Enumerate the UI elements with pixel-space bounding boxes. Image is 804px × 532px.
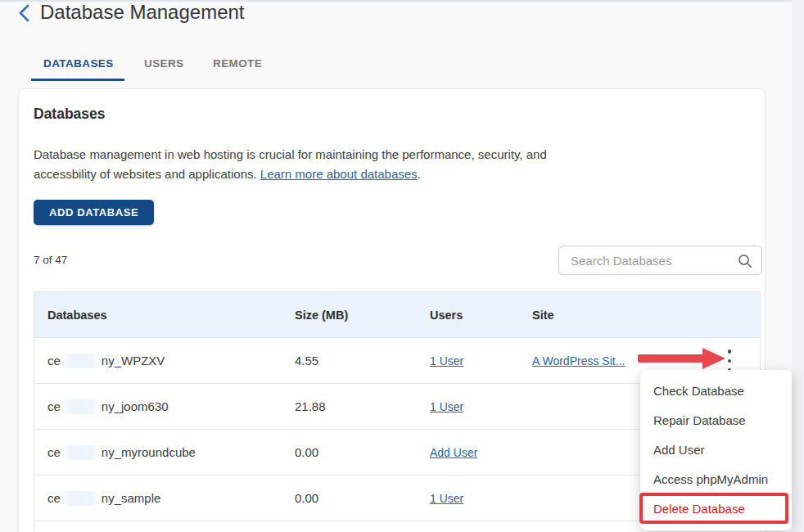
header-users: Users (430, 309, 532, 322)
menu-item-check-database[interactable]: Check Database (640, 376, 792, 406)
menu-item-repair-database[interactable]: Repair Database (640, 406, 792, 435)
table-header-row: Databases Size (MB) Users Site (34, 292, 760, 337)
db-size: 4.55 (295, 354, 430, 367)
result-count: 7 of 47 (34, 254, 67, 266)
db-size: 21.88 (295, 399, 430, 413)
header-databases: Databases (34, 309, 295, 322)
learn-more-link[interactable]: Learn more about databases (260, 167, 418, 181)
active-tab-underline (31, 79, 124, 81)
redacted-text (62, 354, 100, 368)
db-name: ceny_WPZXV (34, 354, 295, 368)
db-size: 0.00 (295, 491, 430, 505)
site-link[interactable]: A WordPress Sit... (532, 354, 625, 367)
header-site: Site (532, 309, 706, 322)
scrollbar-track[interactable] (792, 0, 804, 532)
menu-item-add-user[interactable]: Add User (640, 435, 792, 465)
tab-remote[interactable]: REMOTE (213, 57, 262, 70)
users-link[interactable]: 1 User (430, 354, 463, 367)
db-name: ceny_joom630 (34, 399, 295, 414)
row-context-menu: Check Database Repair Database Add User … (640, 370, 792, 530)
tab-users[interactable]: USERS (144, 57, 184, 70)
add-database-button[interactable]: ADD DATABASE (34, 200, 154, 225)
menu-item-delete-database[interactable]: Delete Database (640, 494, 792, 524)
description-line-1: Database management in web hosting is cr… (34, 147, 547, 161)
card-title: Databases (34, 106, 106, 123)
tab-databases[interactable]: DATABASES (43, 57, 114, 70)
redacted-text (62, 445, 100, 460)
add-user-link[interactable]: Add User (430, 446, 477, 459)
header-size: Size (MB) (295, 309, 430, 322)
search-box (558, 246, 762, 275)
search-input[interactable] (559, 246, 731, 274)
menu-item-access-phpmyadmin[interactable]: Access phpMyAdmin (640, 465, 792, 494)
search-icon[interactable] (737, 253, 753, 273)
redacted-text (62, 399, 100, 414)
db-name: ceny_sample (34, 491, 295, 506)
users-link[interactable]: 1 User (430, 400, 463, 413)
back-button[interactable] (16, 3, 36, 25)
description-line-2: accessbility of websites and application… (34, 167, 260, 181)
page-title: Database Management (40, 0, 245, 25)
chevron-left-icon (16, 11, 34, 25)
redacted-text (62, 491, 100, 506)
db-name: ceny_myroundcube (34, 445, 295, 460)
card-description: Database management in web hosting is cr… (34, 145, 547, 184)
db-size: 0.00 (295, 445, 430, 459)
users-link[interactable]: 1 User (430, 492, 463, 505)
